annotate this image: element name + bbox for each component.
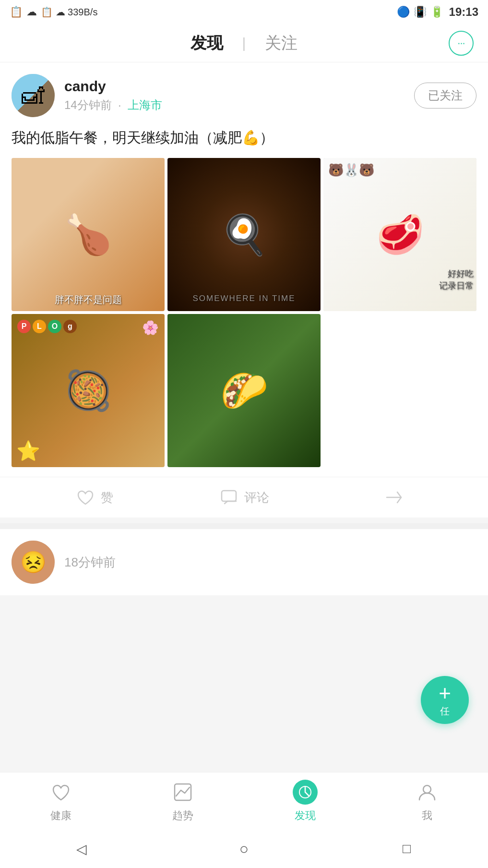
- nav-label-health: 健康: [50, 808, 71, 823]
- top-navigation: 发现 | 关注 ···: [0, 24, 488, 62]
- user-name[interactable]: candy: [64, 78, 414, 95]
- post-image-3[interactable]: 🥩 🐻🐰🐻 好好吃记录日常: [323, 158, 476, 311]
- clock: 19:13: [449, 5, 478, 19]
- food-emoji-2: 🍳: [220, 212, 268, 257]
- nav-label-trend: 趋势: [172, 808, 193, 823]
- post2-info: 18分钟前: [64, 554, 116, 571]
- vibrate-icon: 📳: [414, 6, 427, 18]
- wifi-icon: ☁: [26, 6, 37, 18]
- section-divider: [0, 523, 488, 529]
- flower-icon: 🌸: [142, 320, 159, 336]
- me-icon: [415, 780, 440, 805]
- status-bar: 📋 ☁ 📋 ☁ 339B/s 🔵 📳 🔋 19:13: [0, 0, 488, 24]
- notification-icon: 📋: [10, 6, 23, 18]
- user-meta: 14分钟前 · 上海市: [64, 97, 414, 113]
- bear-icons: 🐻🐰🐻: [328, 163, 374, 178]
- image-grid-row1: 🍗 胖不胖不是问题 🍳 SOMEWHERE IN TIME: [12, 158, 476, 311]
- post-image-5[interactable]: 🌮: [167, 314, 321, 467]
- heart-icon: [75, 487, 96, 508]
- image-overlay-2: SOMEWHERE IN TIME: [167, 294, 321, 303]
- post-text: 我的低脂午餐，明天继续加油（减肥💪）: [12, 127, 476, 148]
- image-overlay-3: 好好吃记录日常: [439, 268, 474, 292]
- system-navigation: ◁ ○ □: [0, 830, 488, 868]
- health-icon: [48, 780, 73, 805]
- nav-item-health[interactable]: 健康: [0, 780, 122, 823]
- share-icon: [383, 487, 405, 508]
- post2-time: 18分钟前: [64, 555, 116, 569]
- home-button[interactable]: ○: [230, 834, 259, 863]
- svg-point-3: [423, 785, 431, 793]
- plog-l: L: [33, 320, 46, 333]
- trend-icon: [170, 780, 195, 805]
- tab-follow[interactable]: 关注: [246, 32, 317, 54]
- nav-tabs: 发现 | 关注: [171, 32, 317, 54]
- post-image-4[interactable]: 🥘 P L O g 🌸 ⭐: [12, 314, 165, 467]
- avatar-image: [12, 74, 55, 117]
- back-button[interactable]: ◁: [67, 834, 96, 863]
- avatar-image-2: 😣: [12, 541, 55, 584]
- food-emoji-1: 🍗: [64, 212, 112, 257]
- plog-badge: P L O g: [17, 320, 77, 333]
- content-area: candy 14分钟前 · 上海市 已关注 我的低脂午餐，明天继续加油（减肥💪）…: [0, 62, 488, 739]
- star-icon: ⭐: [16, 440, 40, 462]
- post-card-2: 😣 18分钟前: [0, 529, 488, 595]
- post-image-2[interactable]: 🍳 SOMEWHERE IN TIME: [167, 158, 321, 311]
- nav-item-trend[interactable]: 趋势: [122, 780, 244, 823]
- discover-icon: [293, 780, 318, 805]
- fab-button[interactable]: + 任: [421, 676, 469, 724]
- food-emoji-5: 🌮: [220, 368, 268, 413]
- image-overlay-1: 胖不胖不是问题: [12, 293, 165, 306]
- status-right: 🔵 📳 🔋 19:13: [397, 5, 478, 19]
- time-ago: 14分钟前: [64, 98, 112, 111]
- food-emoji-3: 🥩: [376, 212, 424, 257]
- comment-action[interactable]: 评论: [169, 487, 319, 508]
- svg-rect-0: [222, 491, 236, 501]
- nav-label-me: 我: [422, 808, 432, 823]
- battery-icon: 🔋: [430, 6, 443, 18]
- bluetooth-icon: 🔵: [397, 6, 410, 18]
- nav-item-me[interactable]: 我: [366, 780, 488, 823]
- nav-label-discover: 发现: [295, 808, 316, 823]
- bottom-navigation: 健康 趋势 发现 我: [0, 772, 488, 830]
- like-action[interactable]: 赞: [19, 487, 169, 508]
- post-image-1[interactable]: 🍗 胖不胖不是问题: [12, 158, 165, 311]
- tab-discover[interactable]: 发现: [171, 32, 242, 54]
- comment-label: 评论: [244, 489, 269, 506]
- location[interactable]: 上海市: [128, 98, 162, 111]
- like-label: 赞: [101, 489, 113, 506]
- plog-g: g: [63, 320, 77, 333]
- action-bar: 赞 评论: [0, 477, 488, 518]
- grid-empty-slot: [323, 314, 476, 467]
- chat-button[interactable]: ···: [449, 31, 474, 56]
- food-emoji-4: 🥘: [64, 368, 112, 413]
- post-header: candy 14分钟前 · 上海市 已关注: [0, 62, 488, 127]
- status-left: 📋 ☁ 📋 ☁ 339B/s: [10, 6, 97, 18]
- fab-label: 任: [440, 705, 450, 718]
- share-action[interactable]: [319, 487, 469, 508]
- user-info: candy 14分钟前 · 上海市: [64, 78, 414, 113]
- post-content: 我的低脂午餐，明天继续加油（减肥💪） 🍗 胖不胖不是问题: [0, 127, 488, 477]
- plog-p: P: [17, 320, 31, 333]
- nav-divider: |: [242, 35, 246, 51]
- follow-button[interactable]: 已关注: [414, 83, 476, 108]
- network-speed: 📋 ☁ 339B/s: [41, 6, 97, 18]
- fab-plus-icon: +: [439, 683, 451, 704]
- chat-dots-icon: ···: [457, 37, 464, 49]
- recent-button[interactable]: □: [393, 834, 421, 863]
- comment-icon: [218, 487, 239, 508]
- avatar[interactable]: [12, 74, 55, 117]
- avatar-2[interactable]: 😣: [12, 541, 55, 584]
- image-grid-row2: 🥘 P L O g 🌸 ⭐: [12, 314, 476, 467]
- nav-item-discover[interactable]: 发现: [244, 780, 366, 823]
- plog-o: O: [48, 320, 61, 333]
- post-card-1: candy 14分钟前 · 上海市 已关注 我的低脂午餐，明天继续加油（减肥💪）…: [0, 62, 488, 518]
